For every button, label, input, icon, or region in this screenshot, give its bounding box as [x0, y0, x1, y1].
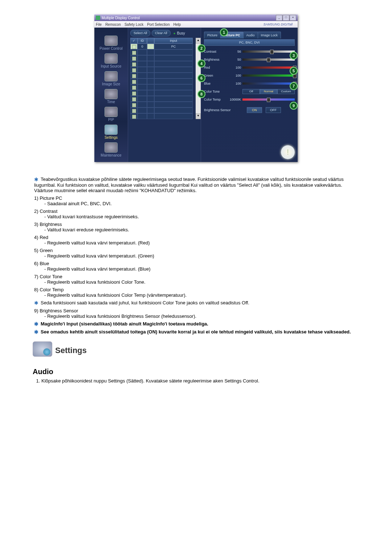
brightness-slider[interactable]: [242, 58, 295, 61]
doc-item-3: 3) Brightness- Valitud kuvari ereduse re…: [34, 222, 359, 232]
row-checkbox[interactable]: [132, 57, 136, 61]
table-row[interactable]: [130, 67, 193, 73]
contrast-value: 56: [229, 50, 242, 53]
brightness-sensor-off[interactable]: OFF: [266, 107, 281, 113]
row-id: 0: [138, 44, 147, 49]
table-row[interactable]: [130, 61, 193, 67]
contrast-slider[interactable]: [242, 50, 295, 53]
scroll-down-icon[interactable]: ▼: [196, 113, 201, 119]
doc-item-7: 7) Color Tone- Reguleerib valitud kuva f…: [34, 274, 359, 285]
table-row[interactable]: [130, 55, 193, 61]
scroll-up-icon[interactable]: ▲: [196, 38, 201, 44]
menu-safety-lock[interactable]: Safety Lock: [124, 23, 143, 27]
doc-star4: See omadus kehtib ainult sisselülitatud …: [41, 329, 351, 335]
blue-value: 100: [229, 82, 242, 85]
sidebar-item-input-source[interactable]: Input Source: [94, 53, 128, 70]
table-row[interactable]: [130, 84, 193, 90]
minimize-icon[interactable]: _: [276, 15, 282, 21]
clear-all-button[interactable]: Clear All: [152, 30, 171, 36]
menu-remocon[interactable]: Remocon: [105, 23, 121, 27]
menu-port-selection[interactable]: Port Selection: [147, 23, 170, 27]
ctone-normal[interactable]: Normal: [260, 89, 277, 94]
table-row[interactable]: 0 PC: [130, 44, 193, 49]
row-checkbox[interactable]: [132, 68, 136, 72]
color-temp-value: 10000K: [229, 98, 242, 101]
row-checkbox[interactable]: [132, 109, 136, 113]
select-all-button[interactable]: Select All: [130, 30, 150, 36]
marker-6: 6: [197, 74, 205, 82]
alert-icon: [281, 145, 295, 159]
app-title: Multiple Display Control: [102, 16, 140, 20]
image-size-icon: [105, 71, 118, 81]
blue-slider[interactable]: [242, 82, 295, 85]
pip-icon: [105, 107, 118, 117]
table-row[interactable]: [130, 73, 193, 78]
sidebar-item-settings[interactable]: Settings: [94, 125, 128, 141]
table-row[interactable]: [130, 113, 193, 119]
close-icon[interactable]: ×: [290, 15, 296, 21]
settings-section-icon: [33, 341, 52, 357]
doc-item-1: 1) Picture PC- Saadaval ainult PC, BNC, …: [34, 195, 359, 206]
color-tone-segmented[interactable]: Off Normal Custom: [242, 89, 295, 94]
col-id[interactable]: ID: [138, 38, 147, 44]
star-icon: ✱: [34, 321, 41, 327]
row-checkbox[interactable]: [132, 62, 136, 66]
col-status[interactable]: [147, 38, 154, 44]
tab-picture[interactable]: Picture: [204, 32, 221, 39]
table-row[interactable]: [130, 49, 193, 55]
color-temp-slider[interactable]: [242, 98, 295, 101]
info-bar: PC, BNC, DVI: [204, 39, 295, 46]
row-checkbox[interactable]: [132, 115, 136, 119]
doc-item-4: 4) Red- Reguleerib valitud kuva värvi te…: [34, 235, 359, 246]
red-value: 100: [229, 66, 242, 69]
red-slider[interactable]: [242, 66, 295, 69]
table-row[interactable]: [130, 96, 193, 102]
table-row[interactable]: [130, 102, 193, 108]
row-checkbox[interactable]: [132, 74, 136, 78]
time-icon: [105, 89, 118, 99]
sidebar-item-label: Image Size: [102, 82, 120, 86]
doc-body: ✱Teabevõrgustikus kuvatakse põhiline sät…: [34, 177, 359, 335]
settings-icon: [105, 125, 118, 135]
sidebar-item-label: Settings: [105, 135, 118, 139]
table-row[interactable]: [130, 78, 193, 84]
sidebar-item-time[interactable]: Time: [94, 89, 128, 105]
doc-star2: Seda funktsiooni saab kasutada vaid juhu…: [41, 300, 249, 305]
star-icon: ✱: [34, 177, 41, 182]
row-input: PC: [154, 44, 193, 49]
row-checkbox[interactable]: [132, 80, 136, 84]
maximize-icon[interactable]: □: [283, 15, 289, 21]
row-checkbox[interactable]: [132, 97, 136, 101]
star-icon: ✱: [34, 329, 41, 335]
row-checkbox[interactable]: [132, 92, 136, 96]
brightness-label: Brightness: [204, 58, 229, 61]
color-tone-label: Color Tone: [204, 90, 229, 93]
doc-main-note: Teabevõrgustikus kuvatakse põhiline säte…: [34, 177, 344, 193]
marker-5: 5: [290, 67, 298, 75]
ctone-off[interactable]: Off: [242, 89, 260, 94]
audio-step-1: Klõpsake põhiikoonidest nuppu Settings (…: [41, 378, 359, 384]
menu-file[interactable]: File: [96, 23, 102, 27]
doc-star3: MagicInfo'i Input (sisendallikas) töötab…: [41, 321, 208, 327]
tab-image-lock[interactable]: Image Lock: [258, 32, 281, 39]
green-slider[interactable]: [242, 74, 295, 77]
marker-3: 3: [290, 52, 298, 60]
menu-help[interactable]: Help: [173, 23, 181, 27]
brightness-sensor-on[interactable]: ON: [247, 107, 262, 113]
row-checkbox[interactable]: [132, 103, 136, 107]
col-input[interactable]: Input: [154, 38, 193, 44]
row-checkbox[interactable]: [132, 45, 136, 49]
sidebar-item-image-size[interactable]: Image Size: [94, 71, 128, 88]
table-row[interactable]: [130, 90, 193, 96]
col-checkbox[interactable]: ✓: [130, 38, 138, 44]
sidebar-item-label: Input Source: [101, 64, 122, 68]
marker-4: 4: [197, 60, 205, 68]
marker-1: 1: [220, 28, 228, 36]
sidebar-item-power-control[interactable]: Power Control: [94, 36, 128, 52]
row-checkbox[interactable]: [132, 51, 136, 55]
table-row[interactable]: [130, 108, 193, 113]
sidebar-item-maintenance[interactable]: Maintenance: [94, 142, 128, 159]
tab-audio[interactable]: Audio: [243, 32, 258, 39]
row-checkbox[interactable]: [132, 86, 136, 90]
sidebar-item-pip[interactable]: PIP: [94, 107, 128, 123]
